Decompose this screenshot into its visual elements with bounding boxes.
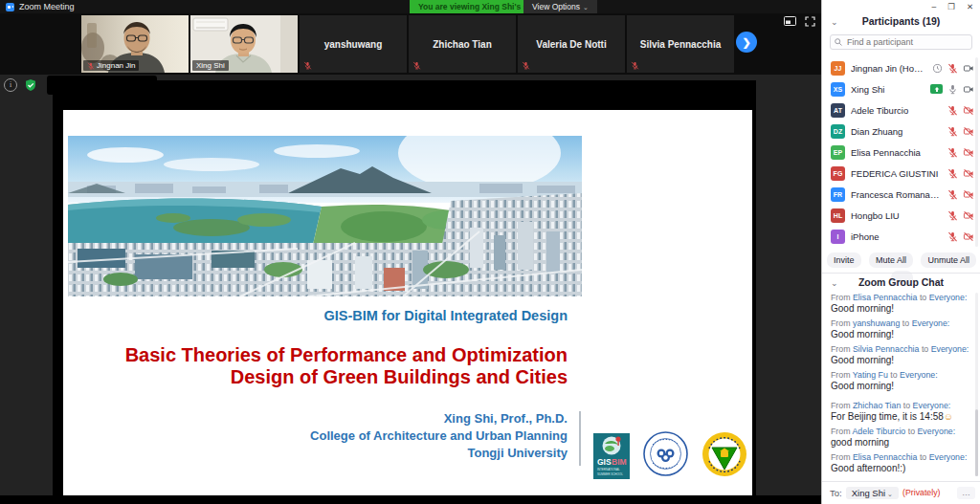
video-strip: Jingnan Jin xyxy=(0,13,821,75)
participant-name: Jingnan Jin (Host, me) xyxy=(851,63,926,74)
chat-header: Zoom Group Chat xyxy=(822,276,980,288)
close-button[interactable]: ✕ xyxy=(967,1,973,12)
chevron-down-icon: ⌄ xyxy=(887,491,893,497)
participant-name: Xing Shi xyxy=(851,84,924,95)
clock-icon xyxy=(932,63,943,74)
participant-row[interactable]: I iPhone xyxy=(822,226,980,247)
chat-more-button[interactable]: … xyxy=(957,487,975,499)
avatar: XS xyxy=(831,82,845,97)
participants-action-button[interactable]: Mute All xyxy=(869,252,913,268)
chat-message: From Zhichao Tian to Everyone: For Beiji… xyxy=(831,401,972,423)
sender-name: Elisa Pennacchia xyxy=(853,293,917,302)
maximize-button[interactable]: ❐ xyxy=(947,1,955,12)
participant-name: Elisa Pennacchia xyxy=(851,147,942,158)
video-tile-zhichao-tian[interactable]: Zhichao Tian xyxy=(409,15,516,73)
mic-icon[interactable] xyxy=(947,105,958,116)
chat-message: From yanshuwang to Everyone: Good mornin… xyxy=(831,318,972,340)
main-area: Jingnan Jin xyxy=(0,13,821,504)
mic-icon[interactable] xyxy=(947,126,958,137)
message-text: Good morning! xyxy=(831,355,972,366)
camera-icon[interactable] xyxy=(963,168,974,179)
participants-action-button[interactable]: Unmute All xyxy=(921,252,976,268)
minimize-button[interactable]: – xyxy=(932,1,937,12)
participant-row[interactable]: FR Francesca Romana Curreli xyxy=(822,184,980,205)
window-controls: – ❐ ✕ xyxy=(932,1,973,12)
svg-text:BIM: BIM xyxy=(612,457,627,467)
from-word: From xyxy=(831,370,851,380)
avatar: DZ xyxy=(831,124,845,139)
video-tile-xing-shi[interactable]: Xing Shi xyxy=(190,15,298,73)
participants-scrollbar[interactable] xyxy=(975,57,978,247)
tongji-university-seal xyxy=(643,431,688,476)
camera-icon[interactable] xyxy=(963,189,974,200)
camera-icon[interactable] xyxy=(963,231,974,242)
recipient-select[interactable]: Xing Shi⌄ xyxy=(846,487,899,499)
video-tile-jingnan-jin[interactable]: Jingnan Jin xyxy=(81,15,189,73)
chat-scrollbar[interactable] xyxy=(975,293,978,476)
video-tile-valeria-de-notti[interactable]: Valeria De Notti xyxy=(518,15,625,73)
mic-icon[interactable] xyxy=(947,168,958,179)
to-label: To: xyxy=(830,488,842,498)
video-tile-silvia-pennacchia[interactable]: Silvia Pennacchia xyxy=(627,15,734,73)
sender-name: Zhichao Tian xyxy=(853,401,901,410)
next-participants-arrow[interactable]: ❯ xyxy=(736,32,757,53)
mic-off-icon xyxy=(412,61,421,70)
camera-icon[interactable] xyxy=(963,147,974,158)
sender-name: Silvia Pennacchia xyxy=(853,344,919,354)
participant-name: Hongbo LIU xyxy=(851,210,942,221)
camera-icon[interactable] xyxy=(963,210,974,221)
participant-name: iPhone xyxy=(851,231,942,242)
meeting-info-icon[interactable]: i xyxy=(4,78,17,92)
sender-name: Yating Fu xyxy=(853,370,888,380)
participant-search[interactable] xyxy=(830,34,972,50)
encryption-shield-icon[interactable] xyxy=(24,78,37,92)
participants-header: Participants (19) xyxy=(822,15,980,27)
participant-row[interactable]: AT Adele Tiburcio xyxy=(822,99,980,121)
participant-name: FEDERICA GIUSTINI xyxy=(851,168,942,179)
from-word: From xyxy=(831,318,851,328)
mic-icon[interactable] xyxy=(947,63,958,74)
mic-icon[interactable] xyxy=(947,189,958,200)
svg-text:INTERNATIONAL: INTERNATIONAL xyxy=(597,468,620,471)
participant-row[interactable]: JJ Jingnan Jin (Host, me) xyxy=(822,57,980,78)
participant-row[interactable]: DZ Dian Zhuang xyxy=(822,121,980,142)
mic-icon[interactable] xyxy=(947,84,958,95)
camera-icon[interactable] xyxy=(963,63,974,74)
to-word: to xyxy=(920,293,926,302)
gallery-view-icon[interactable] xyxy=(784,16,796,26)
mic-icon[interactable] xyxy=(947,210,958,221)
view-options-button[interactable]: View Options⌄ xyxy=(523,0,597,13)
participant-row[interactable]: EP Elisa Pennacchia xyxy=(822,142,980,163)
camera-icon[interactable] xyxy=(963,126,974,137)
fullscreen-icon[interactable] xyxy=(805,16,815,27)
gisbim-summer-school-logo: GIS BIM INTERNATIONAL SUMMER SCHOOL xyxy=(593,433,630,479)
camera-icon[interactable] xyxy=(963,84,974,95)
sender-name: Adele Tiburcio xyxy=(853,427,906,436)
camera-icon[interactable] xyxy=(963,105,974,116)
chevron-down-icon: ⌄ xyxy=(583,4,589,11)
mic-icon[interactable] xyxy=(947,147,958,158)
recipient-name: Everyone: xyxy=(929,293,968,302)
participant-row[interactable]: XS Xing Shi xyxy=(822,78,980,99)
southeast-university-seal xyxy=(702,431,747,477)
to-word: to xyxy=(922,344,928,354)
video-tile-yanshuwang[interactable]: yanshuwang xyxy=(300,15,407,73)
message-text: Good afternoon!:) xyxy=(831,463,972,474)
slide-subtitle: GIS-BIM for Digital Integrated Design xyxy=(323,308,568,323)
participant-row[interactable]: HL Hongbo LIU xyxy=(822,205,980,226)
zoom-meeting-window: Zoom Meeting You are viewing Xing Shi's … xyxy=(0,0,980,504)
participant-row[interactable]: FG FEDERICA GIUSTINI xyxy=(822,163,980,184)
to-word: to xyxy=(903,401,910,410)
message-text: Good morning! xyxy=(831,329,972,340)
chat-message: From Silvia Pennacchia to Everyone: Good… xyxy=(831,344,972,366)
participants-action-button[interactable]: Invite xyxy=(827,252,861,268)
mic-icon[interactable] xyxy=(947,231,958,242)
tile-name-label: Xing Shi xyxy=(192,60,229,71)
message-text: good morning xyxy=(831,437,972,449)
from-word: From xyxy=(831,293,851,302)
from-word: From xyxy=(831,427,851,436)
search-icon xyxy=(835,38,842,46)
from-word: From xyxy=(831,452,851,462)
search-input[interactable] xyxy=(845,36,968,48)
slide-divider-line xyxy=(579,411,581,466)
